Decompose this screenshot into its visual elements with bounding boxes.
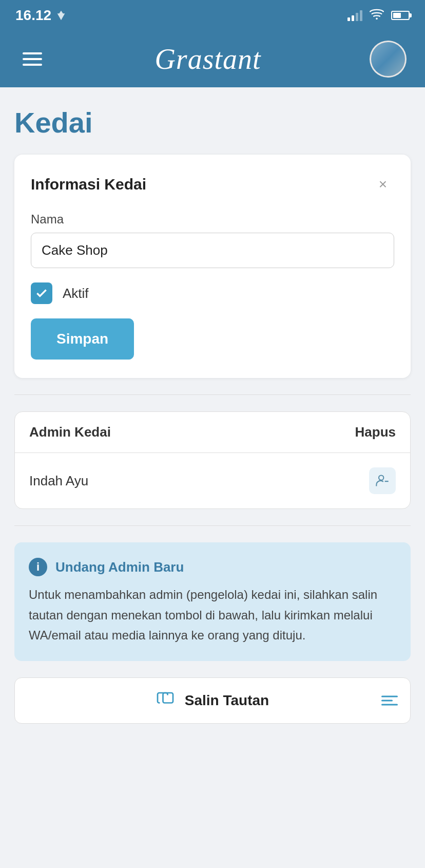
- app-logo: Grastant: [154, 43, 261, 76]
- admin-col-header: Admin Kedai: [29, 424, 111, 440]
- aktif-checkbox[interactable]: [31, 282, 52, 304]
- info-title[interactable]: Undang Admin Baru: [55, 559, 184, 575]
- name-input[interactable]: [31, 233, 394, 268]
- delete-col-header: Hapus: [355, 424, 396, 440]
- info-box-header: i Undang Admin Baru: [29, 558, 396, 576]
- check-icon: [35, 287, 48, 300]
- battery-icon: [391, 11, 410, 20]
- info-body: Untuk menambahkan admin (pengelola) keda…: [29, 584, 396, 646]
- clipboard-icon: [156, 691, 175, 710]
- copy-link-label: Salin Tautan: [185, 692, 269, 709]
- remove-user-icon: [375, 474, 390, 488]
- status-icons: [347, 8, 410, 23]
- svg-point-0: [376, 18, 378, 20]
- aktif-label: Aktif: [63, 286, 89, 301]
- page-content: Kedai Informasi Kedai × Nama Aktif Simpa…: [0, 87, 425, 775]
- page-title: Kedai: [14, 106, 411, 139]
- signal-icon: [347, 10, 362, 21]
- hamburger-button[interactable]: [18, 48, 46, 70]
- informasi-kedai-card: Informasi Kedai × Nama Aktif Simpan: [14, 155, 411, 378]
- menu-lines-icon[interactable]: [381, 695, 398, 705]
- status-time: 16.12: [15, 7, 67, 24]
- location-icon: [55, 10, 67, 21]
- wifi-icon: [370, 8, 384, 23]
- save-button[interactable]: Simpan: [31, 318, 134, 360]
- card-title: Informasi Kedai: [31, 176, 146, 193]
- copy-link-bar[interactable]: Salin Tautan: [14, 677, 411, 724]
- delete-admin-button[interactable]: [369, 467, 396, 494]
- info-icon: i: [29, 558, 47, 576]
- admin-table-header: Admin Kedai Hapus: [15, 412, 410, 453]
- admin-table-card: Admin Kedai Hapus Indah Ayu: [14, 411, 411, 509]
- table-row: Indah Ayu: [15, 453, 410, 508]
- aktif-row: Aktif: [31, 282, 394, 304]
- card-header: Informasi Kedai ×: [31, 173, 394, 196]
- svg-point-1: [379, 476, 383, 480]
- info-box: i Undang Admin Baru Untuk menambahkan ad…: [14, 542, 411, 661]
- divider-1: [14, 394, 411, 395]
- status-bar: 16.12: [0, 0, 425, 31]
- close-button[interactable]: ×: [372, 173, 394, 196]
- copy-icon: [156, 691, 175, 710]
- avatar[interactable]: [370, 41, 407, 78]
- app-header: Grastant: [0, 31, 425, 87]
- admin-name: Indah Ayu: [29, 473, 88, 489]
- name-label: Nama: [31, 212, 394, 227]
- divider-2: [14, 525, 411, 526]
